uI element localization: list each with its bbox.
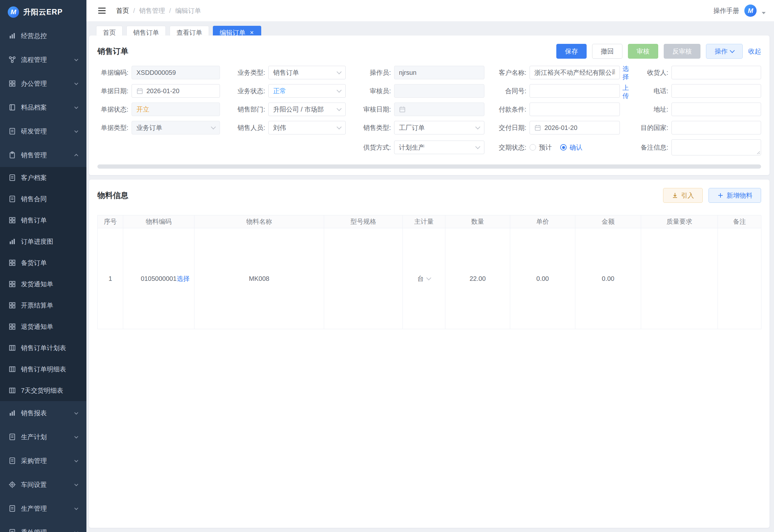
bill-type-select[interactable]: 业务订单 [132,121,220,134]
col-header-seq: 序号 [98,215,123,228]
cell-seq: 1 [98,228,123,329]
logo-icon: M [8,6,19,18]
sidebar-item-stock-order[interactable]: 备货订单 [0,252,86,273]
sidebar-item-dashboard[interactable]: 经营总控 [0,24,86,48]
cell-spec [324,228,403,329]
status-badge: 开立 [136,105,149,114]
withdraw-button[interactable]: 撤回 [592,44,622,59]
operator-input[interactable] [394,66,484,79]
sales-dept-select[interactable]: 升阳公司 / 市场部 [268,103,346,116]
chevron-down-icon [426,275,432,280]
bill-date-picker[interactable]: 2026-01-20 [132,84,220,98]
add-material-button[interactable]: 新增物料 [709,188,761,203]
delivery-date-picker[interactable]: 2026-01-20 [530,121,620,134]
customer-input[interactable] [530,66,620,79]
collapse-link[interactable]: 收起 [748,47,761,56]
sidebar-item-rd-mgmt[interactable]: 研发管理 [0,119,86,143]
field-bill-type: 单据类型: 业务订单 [97,121,220,134]
field-auditor: 审核员: [346,84,484,98]
breadcrumb-section[interactable]: 销售管理 [139,6,165,15]
book-icon [8,103,16,111]
payment-terms-input[interactable] [530,103,620,116]
remark-textarea[interactable] [671,139,761,155]
avatar[interactable]: M [744,5,757,17]
manual-link[interactable]: 操作手册 [713,6,739,15]
workspace: 首页 销售订单 查看订单 编辑订单 销售订单 保存 [86,21,774,532]
clipboard-icon [8,151,16,159]
save-button[interactable]: 保存 [556,44,587,59]
cell-qty[interactable]: 22.00 [445,228,510,329]
table-icon [8,301,16,309]
sidebar-item-sales-order-detail-report[interactable]: 销售订单明细表 [0,359,86,380]
chart-icon [8,409,16,417]
salesman-select[interactable]: 刘伟 [268,121,346,134]
dest-country-input[interactable] [671,121,761,134]
field-delivery-status: 交期状态: 预计 确认 [484,139,620,155]
cell-code: 0105000001 选择 [123,228,194,329]
sidebar-item-production-mgmt[interactable]: 生产管理 [0,497,86,520]
sidebar-item-order-progress[interactable]: 订单进度图 [0,231,86,252]
unaudit-button[interactable]: 反审核 [664,44,700,59]
sales-type-select[interactable]: 工厂订单 [394,121,484,134]
receiver-input[interactable] [671,66,761,79]
audit-button[interactable]: 审核 [628,44,658,59]
bill-code-input[interactable] [132,66,220,79]
operate-button[interactable]: 操作 [706,44,743,59]
sidebar-item-sales-mgmt[interactable]: 销售管理 [0,143,86,167]
sidebar-item-invoice-settlement[interactable]: 开票结算单 [0,295,86,316]
sidebar-collapse-icon[interactable] [97,6,106,15]
sidebar-item-workshop-settings[interactable]: 车间设置 [0,473,86,497]
cell-quality [641,228,718,329]
radio-estimated[interactable]: 预计 [530,143,552,152]
cell-price[interactable]: 0.00 [510,228,575,329]
sidebar-item-customer-archive[interactable]: 客户档案 [0,167,86,188]
materials-table: 序号 物料编码 物料名称 型号规格 主计量 数量 单价 金额 质量要求 备注 1 [97,215,761,329]
supply-mode-select[interactable]: 计划生产 [394,141,484,154]
unit-select[interactable]: 台 [417,274,424,283]
chart-icon [8,238,16,245]
contract-no-input[interactable] [530,84,620,98]
close-icon[interactable] [249,30,254,35]
cell-unit: 台 [403,228,445,329]
chevron-down-icon [337,106,342,111]
sidebar-item-sales-order[interactable]: 销售订单 [0,210,86,231]
calendar-icon [534,124,541,131]
import-button[interactable]: 引入 [663,188,703,203]
user-menu-caret-icon[interactable] [762,12,766,14]
sidebar-item-purchase-mgmt[interactable]: 采购管理 [0,449,86,473]
breadcrumb-home[interactable]: 首页 [116,6,129,15]
sidebar-item-production-plan[interactable]: 生产计划 [0,425,86,449]
biz-type-select[interactable]: 销售订单 [268,66,346,79]
sidebar-item-return-notice[interactable]: 退货通知单 [0,316,86,337]
field-receiver: 收货人: [620,66,761,79]
sidebar-item-7day-delivery-report[interactable]: 7天交货明细表 [0,380,86,401]
sidebar-item-process-mgmt[interactable]: 流程管理 [0,48,86,72]
chevron-down-icon [73,128,79,134]
field-payment-terms: 付款条件: [484,103,620,116]
sidebar-item-sales-order-plan-report[interactable]: 销售订单计划表 [0,337,86,359]
materials-head: 物料信息 引入 新增物料 [97,180,761,203]
radio-confirmed[interactable]: 确认 [560,143,582,152]
horizontal-scrollbar[interactable] [97,164,761,169]
sidebar-item-outsource-mgmt[interactable]: 委外管理 [0,520,86,532]
plus-icon [717,192,724,199]
sidebar-item-sales-contract[interactable]: 销售合同 [0,188,86,210]
col-header-amount: 金额 [575,215,641,228]
materials-actions: 引入 新增物料 [663,188,761,203]
chevron-down-icon [475,144,481,149]
sidebar-item-sales-report[interactable]: 销售报表 [0,401,86,425]
phone-input[interactable] [671,84,761,98]
sidebar-item-delivery-notice[interactable]: 发货通知单 [0,273,86,295]
resize-grip-icon[interactable] [756,151,760,154]
app-root: M 升阳云ERP 经营总控 流程管理 办公管理 料品档案 研发管理 [0,0,774,532]
auditor-input[interactable] [394,84,484,98]
audit-date-picker[interactable] [394,103,484,116]
page-title: 销售订单 [97,46,128,56]
sidebar-item-office-mgmt[interactable]: 办公管理 [0,72,86,95]
material-code[interactable]: 0105000001 [141,275,176,282]
material-select-link[interactable]: 选择 [177,274,190,283]
sidebar-item-material-archive[interactable]: 料品档案 [0,95,86,119]
biz-status-select[interactable]: 正常 [268,84,346,98]
chevron-down-icon [73,434,79,440]
address-input[interactable] [671,103,761,116]
